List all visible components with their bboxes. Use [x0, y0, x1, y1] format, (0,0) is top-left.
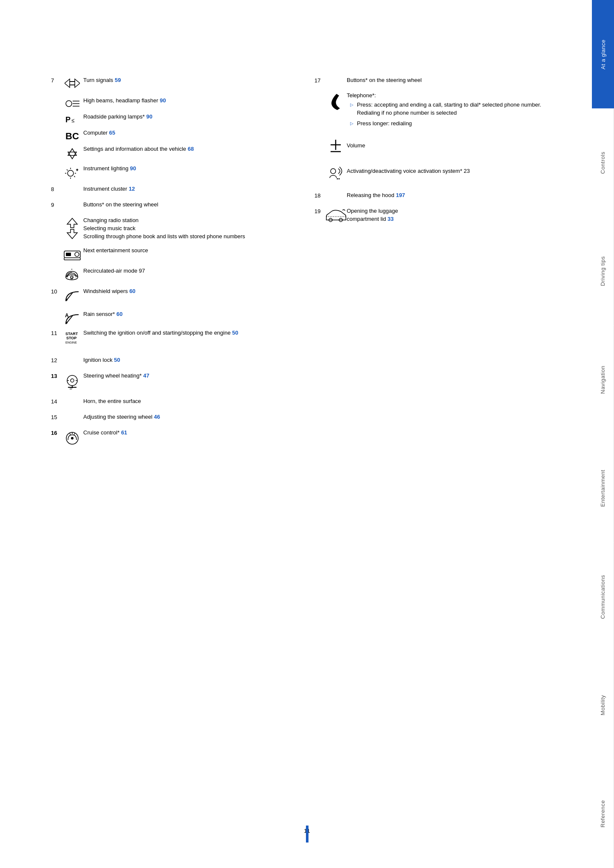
volume-icon: [325, 136, 347, 156]
sidebar-item-entertainment[interactable]: Entertainment: [592, 434, 614, 543]
svg-marker-20: [67, 229, 77, 239]
sub-entry-text-recirculated-air: Recirculated-air mode 97: [83, 267, 289, 275]
left-column: 7 Turn signals 59: [51, 76, 289, 843]
entry-number-16: 16: [51, 429, 61, 437]
entry-number-13: 13: [51, 372, 61, 380]
telephone-content: Telephone*: ▷ Press: accepting and endin…: [347, 92, 552, 130]
telephone-bullet-1: ▷ Press: accepting and ending a call, st…: [347, 101, 552, 117]
entry-number-19: 19: [314, 207, 325, 215]
windshield-wiper-icon: [61, 287, 83, 303]
entry-rain-sensor: A Rain sensor* 60: [51, 310, 289, 326]
entry-18-hood: 18 Releasing the hood 197: [314, 192, 552, 200]
steering-wheel-heating-icon: |||: [61, 372, 83, 390]
right-column: 17 Buttons* on the steering wheel Teleph…: [314, 76, 552, 843]
sidebar-item-navigation[interactable]: Navigation: [592, 326, 614, 434]
entry-text-ignition-lock: Ignition lock 50: [83, 356, 289, 364]
telephone-icon: [325, 92, 347, 112]
turn-signals-icon: [61, 76, 83, 89]
entry-number-18: 18: [314, 192, 325, 200]
sidebar-item-mobility[interactable]: Mobility: [592, 651, 614, 760]
sub-entry-recirculated-air: ↺ Recirculated-air mode 97: [51, 267, 289, 281]
next-entertainment-icon: [61, 247, 83, 261]
entry-text-high-beams: High beams, headlamp flasher 90: [83, 97, 289, 105]
entry-number-12: 12: [51, 356, 61, 364]
rain-sensor-icon: A: [61, 310, 83, 326]
recirculated-air-icon: ↺: [61, 267, 83, 281]
entry-text-hood: Releasing the hood 197: [347, 192, 552, 200]
entry-7-turn-signals: 7 Turn signals 59: [51, 76, 289, 89]
entry-text-ignition: Switching the ignition on/off and starti…: [83, 329, 289, 337]
sidebar-item-at-a-glance[interactable]: At a glance: [592, 0, 614, 109]
svg-text:P: P: [65, 116, 71, 124]
svg-rect-22: [66, 253, 71, 256]
svg-point-47: [71, 437, 74, 440]
entry-14-horn: 14 Horn, the entire surface: [51, 397, 289, 406]
sub-entry-telephone: Telephone*: ▷ Press: accepting and endin…: [314, 92, 552, 130]
entry-12-ignition-lock: 12 Ignition lock 50: [51, 356, 289, 364]
entry-text-steering-adjust: Adjusting the steering wheel 46: [83, 413, 289, 421]
instrument-lighting-icon: ✦: [61, 165, 83, 181]
sub-entry-volume: Volume: [314, 136, 552, 156]
entry-19-luggage: 19 Opening the luggagecompartment lid 33: [314, 207, 552, 223]
entry-text-17: Buttons* on the steering wheel: [347, 76, 552, 85]
sidebar-item-reference[interactable]: Reference: [592, 760, 614, 868]
svg-text:STOP: STOP: [66, 336, 76, 340]
bullet-text-1: Press: accepting and ending a call, star…: [357, 101, 552, 117]
svg-text:BC: BC: [65, 131, 79, 141]
svg-text:ENGINE: ENGINE: [65, 341, 77, 344]
svg-point-2: [66, 101, 72, 107]
entry-text-luggage: Opening the luggagecompartment lid 33: [347, 207, 552, 223]
up-arrow-steering-icon: [61, 217, 83, 240]
entry-roadside-parking: P ≤ Roadside parking lamps* 90: [51, 113, 289, 126]
entry-computer: BC Computer 65: [51, 129, 289, 142]
bullet-arrow-1: ▷: [350, 102, 354, 107]
sub-entry-next-entertainment: Next entertainment source: [51, 247, 289, 261]
entry-15-steering-adjust: 15 Adjusting the steering wheel 46: [51, 413, 289, 421]
entry-settings: Settings and information about the vehic…: [51, 145, 289, 161]
svg-text:|||: |||: [70, 386, 72, 390]
settings-icon: [61, 145, 83, 161]
entry-16-cruise-control: 16 Cruise control* 61: [51, 429, 289, 447]
computer-bc-icon: BC: [61, 129, 83, 142]
entry-high-beams: High beams, headlamp flasher 90: [51, 97, 289, 110]
entry-number-10: 10: [51, 287, 61, 296]
sidebar-item-controls[interactable]: Controls: [592, 109, 614, 217]
voice-activation-icon: [325, 162, 347, 181]
entry-8-instrument-cluster: 8 Instrument cluster 12: [51, 185, 289, 193]
svg-point-54: [339, 178, 340, 179]
svg-point-52: [331, 169, 336, 174]
sub-entry-text-voice: Activating/deactivating voice activation…: [347, 167, 552, 175]
entry-number-11: 11: [51, 329, 61, 337]
entry-number-17: 17: [314, 76, 325, 85]
entry-number-14: 14: [51, 397, 61, 406]
high-beams-icon: [61, 97, 83, 110]
page-container: 7 Turn signals 59: [0, 0, 614, 868]
bullet-arrow-2: ▷: [350, 121, 354, 126]
svg-point-11: [68, 170, 74, 176]
svg-line-16: [67, 169, 68, 171]
entry-number-15: 15: [51, 413, 61, 421]
entry-text-steering-heating: Steering wheel heating* 47: [83, 372, 289, 380]
sub-entry-voice-activation: Activating/deactivating voice activation…: [314, 162, 552, 181]
luggage-compartment-icon: [325, 207, 347, 223]
sidebar-item-communications[interactable]: Communications: [592, 543, 614, 651]
svg-text:✦: ✦: [75, 167, 79, 172]
main-content: 7 Turn signals 59: [0, 0, 592, 868]
entry-10-windshield: 10 Windshield wipers 60: [51, 287, 289, 303]
svg-point-53: [337, 178, 338, 179]
entry-17-buttons-steering: 17 Buttons* on the steering wheel: [314, 76, 552, 85]
sub-entry-text-next-entertainment: Next entertainment source: [83, 247, 289, 255]
svg-text:A: A: [65, 313, 69, 318]
entry-text-rain-sensor: Rain sensor* 60: [83, 310, 289, 318]
cruise-control-icon: [61, 429, 83, 447]
entry-number-7: 7: [51, 76, 61, 85]
entry-number-8: 8: [51, 185, 61, 193]
entry-13-steering-heating: 13 ||| Steering wheel heating* 47: [51, 372, 289, 390]
page-indicator-bar: [306, 826, 308, 843]
entry-instrument-lighting: ✦ Instrument lighting 90: [51, 165, 289, 181]
entry-text-horn: Horn, the entire surface: [83, 397, 289, 406]
sidebar-item-driving-tips[interactable]: Driving tips: [592, 217, 614, 326]
sub-entry-up-arrow: Changing radio station Selecting music t…: [51, 217, 289, 241]
bullet-text-2: Press longer: redialing: [357, 120, 412, 128]
entry-text-cruise-control: Cruise control* 61: [83, 429, 289, 437]
